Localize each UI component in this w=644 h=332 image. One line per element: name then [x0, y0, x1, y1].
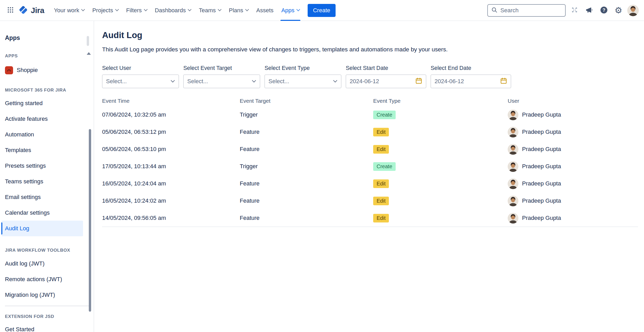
sidebar-item-label: Remote actions (JWT) — [5, 276, 62, 283]
event-time-cell: 16/05/2024, 10:24:04 am — [102, 180, 240, 187]
sidebar-resize-handle[interactable] — [87, 36, 89, 46]
event-target-cell: Trigger — [240, 163, 373, 170]
sidebar-item-presets-settings[interactable]: Presets settings — [1, 158, 83, 174]
sidebar-item-getting-started[interactable]: Getting started — [1, 95, 83, 111]
sidebar-item-label: Presets settings — [5, 162, 46, 169]
end-date-input[interactable]: 2024-06-12 — [431, 75, 511, 88]
sidebar-item-migration-log-jwt[interactable]: Migration log (JWT) — [1, 287, 83, 303]
status-badge: Edit — [373, 214, 389, 222]
nav-item-apps[interactable]: Apps — [277, 0, 303, 21]
sidebar-item-templates[interactable]: Templates — [1, 142, 83, 158]
user-name: Pradeep Gupta — [522, 197, 561, 204]
filter-label: Select Start Date — [346, 65, 426, 71]
sidebar-content: Apps APPS Shoppie MICROSOFT 365 FOR JIRA… — [0, 34, 94, 332]
sidebar-item-label: Activate features — [5, 116, 48, 122]
sidebar-item-email-settings[interactable]: Email settings — [1, 189, 83, 205]
sidebar-jwt-list: Audit log (JWT) Remote actions (JWT) Mig… — [5, 256, 89, 303]
nav-item-label: Projects — [92, 7, 113, 14]
sidebar-item-get-started[interactable]: Get Started — [1, 322, 83, 332]
nav-item-label: Your work — [54, 7, 79, 14]
user-name: Pradeep Gupta — [522, 146, 561, 153]
filter-start-date: Select Start Date 2024-06-12 — [346, 65, 426, 88]
event-time-cell: 14/05/2024, 09:56:05 am — [102, 215, 240, 221]
select-value: Select... — [187, 78, 208, 85]
announcements-button[interactable] — [583, 5, 595, 16]
user-avatar — [508, 127, 518, 137]
settings-button[interactable]: ⚙ — [613, 5, 624, 16]
filter-label: Select Event Type — [265, 65, 341, 71]
chevron-down-icon — [81, 8, 85, 11]
sidebar-section-jsd-heading: EXTENSION FOR JSD — [5, 314, 89, 319]
table-row: 05/06/2024, 06:53:12 pm Feature Edit Pra… — [102, 123, 638, 141]
page-description: This Audit Log page provides you with a … — [102, 46, 638, 53]
app-switcher-button[interactable] — [5, 5, 16, 16]
filter-select-user: Select User Select... — [102, 65, 179, 88]
sidebar-item-activate-features[interactable]: Activate features — [1, 111, 83, 127]
profile-avatar[interactable] — [627, 5, 639, 16]
jira-logo[interactable]: Jira — [16, 5, 48, 16]
svg-text:?: ? — [602, 7, 605, 13]
table-body: 07/06/2024, 10:32:05 am Trigger Create P… — [102, 106, 638, 227]
sidebar-item-audit-log[interactable]: Audit Log — [1, 221, 83, 236]
sidebar-scrollbar[interactable] — [89, 129, 91, 312]
expand-arrows-icon — [571, 6, 578, 14]
user-name: Pradeep Gupta — [522, 111, 561, 118]
audit-log-page: Audit Log This Audit Log page provides y… — [94, 21, 644, 332]
sidebar-item-label: Get Started — [5, 326, 34, 332]
user-cell: Pradeep Gupta — [508, 178, 638, 189]
top-navigation-bar: Jira Your work Projects Filters Dashboar… — [0, 0, 644, 21]
user-avatar — [508, 161, 518, 172]
sidebar-item-label: Getting started — [5, 100, 43, 107]
nav-item-assets[interactable]: Assets — [252, 0, 277, 21]
event-type-cell: Edit — [373, 128, 508, 136]
sidebar-item-remote-actions-jwt[interactable]: Remote actions (JWT) — [1, 271, 83, 287]
status-badge: Edit — [373, 128, 389, 136]
nav-item-projects[interactable]: Projects — [88, 0, 122, 21]
create-button[interactable]: Create — [308, 4, 335, 17]
expand-arrows-button[interactable] — [569, 5, 580, 16]
event-type-cell: Edit — [373, 197, 508, 205]
sidebar-item-label: Automation — [5, 131, 34, 138]
jira-logo-icon — [18, 5, 28, 16]
sidebar-item-automation[interactable]: Automation — [1, 127, 83, 142]
chevron-down-icon — [333, 79, 337, 83]
select-event-target-dropdown[interactable]: Select... — [183, 75, 260, 88]
primary-nav: Your work Projects Filters Dashboards Te… — [50, 0, 303, 21]
start-date-input[interactable]: 2024-06-12 — [346, 75, 426, 88]
event-target-cell: Trigger — [240, 111, 373, 118]
nav-item-label: Filters — [126, 7, 142, 14]
table-row: 05/06/2024, 06:53:10 pm Feature Edit Pra… — [102, 141, 638, 158]
sidebar-item-calendar-settings[interactable]: Calendar settings — [1, 205, 83, 221]
user-name: Pradeep Gupta — [522, 163, 561, 170]
user-name: Pradeep Gupta — [522, 129, 561, 135]
help-button[interactable]: ? — [598, 5, 610, 16]
column-header-user: User — [508, 98, 638, 104]
scroll-up-caret-icon[interactable] — [87, 52, 91, 55]
sidebar-m365-list: Getting started Activate features Automa… — [5, 95, 89, 236]
nav-item-filters[interactable]: Filters — [122, 0, 151, 21]
date-value: 2024-06-12 — [350, 78, 379, 85]
audit-log-table: Event Time Event Target Event Type User … — [102, 96, 638, 227]
nav-item-teams[interactable]: Teams — [195, 0, 225, 21]
search-icon — [491, 7, 498, 14]
nav-item-plans[interactable]: Plans — [225, 0, 252, 21]
nav-item-your-work[interactable]: Your work — [50, 0, 88, 21]
sidebar-item-audit-log-jwt[interactable]: Audit log (JWT) — [1, 256, 83, 271]
select-event-type-dropdown[interactable]: Select... — [265, 75, 341, 88]
nav-item-dashboards[interactable]: Dashboards — [151, 0, 195, 21]
nav-item-label: Apps — [281, 7, 294, 14]
status-badge: Edit — [373, 179, 389, 188]
sidebar-item-shoppie[interactable]: Shoppie — [5, 63, 89, 77]
select-value: Select... — [106, 78, 127, 85]
status-badge: Create — [373, 162, 396, 171]
event-type-cell: Edit — [373, 145, 508, 154]
sidebar-item-label: Audit log (JWT) — [5, 260, 45, 267]
chevron-down-icon — [245, 8, 249, 11]
user-avatar — [508, 144, 518, 155]
select-value: Select... — [268, 78, 289, 85]
app-switcher-icon — [7, 6, 14, 14]
sidebar-item-teams-settings[interactable]: Teams settings — [1, 174, 83, 189]
search-input[interactable] — [500, 7, 562, 14]
select-user-dropdown[interactable]: Select... — [102, 75, 179, 88]
event-type-cell: Create — [373, 111, 508, 119]
